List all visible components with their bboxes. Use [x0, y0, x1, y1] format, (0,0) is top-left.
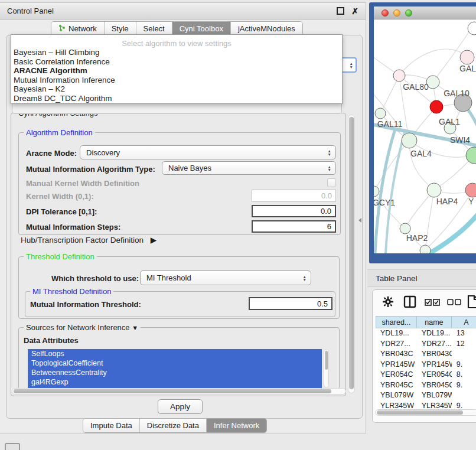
- cell: YBR045C: [417, 380, 452, 391]
- node-hap4[interactable]: [427, 183, 441, 197]
- node-label: SWI4: [450, 135, 470, 145]
- mi-steps-label: Mutual Information Steps:: [26, 223, 120, 231]
- tab-infer-network[interactable]: Infer Network: [207, 419, 266, 432]
- network-canvas: GAL80 GAL10 GAL1 GAL11 SWI4 GAL4 GCY1 HA…: [374, 19, 476, 253]
- attribute-item[interactable]: gal4RGexp: [28, 377, 322, 387]
- table-row[interactable]: YER054C YER054C 8.: [376, 370, 476, 380]
- close-icon[interactable]: ✗: [351, 6, 358, 16]
- table-row[interactable]: YPR145W YPR145W 9.: [376, 360, 476, 370]
- tab-discretize-data[interactable]: Discretize Data: [140, 419, 207, 432]
- mi-algorithm-type-label: Mutual Information Algorithm Type:: [26, 165, 155, 174]
- tab-style[interactable]: Style: [105, 22, 136, 35]
- tab-select[interactable]: Select: [136, 22, 172, 35]
- table-row[interactable]: YBR043C YBR043C: [376, 349, 476, 360]
- cell: 9.: [452, 360, 476, 370]
- table-header-row: shared... name A: [376, 316, 476, 328]
- close-traffic-light[interactable]: [382, 9, 389, 17]
- mi-threshold-field[interactable]: 0.5: [249, 297, 332, 310]
- dpi-tolerance-value: 0.0: [321, 207, 331, 216]
- table-row[interactable]: YDR27... YDR27... 12: [376, 339, 476, 350]
- manual-kernel-width-checkbox[interactable]: [327, 178, 336, 187]
- minimize-traffic-light[interactable]: [393, 9, 400, 17]
- node-label: GAL10: [444, 89, 470, 98]
- node-unlabeled-top[interactable]: [468, 22, 476, 35]
- table-row[interactable]: YDL19... YDL19... 13: [376, 328, 476, 339]
- node-gal4[interactable]: [402, 133, 417, 148]
- cyni-algorithm-settings-group: Cyni Algorithm Settings Algorithm Defini…: [11, 113, 346, 396]
- settings-scrollbar[interactable]: [348, 115, 355, 393]
- column-header-shared[interactable]: shared...: [376, 316, 417, 328]
- node-unlabeled-bottom[interactable]: [420, 245, 431, 253]
- cell: YBL079W: [417, 390, 452, 401]
- table-row[interactable]: YBR045C YBR045C 9.: [376, 380, 476, 391]
- settings-h-scrollbar[interactable]: [12, 388, 346, 394]
- node-label: GAL11: [377, 119, 403, 129]
- dpi-tolerance-field[interactable]: 0.0: [252, 205, 336, 217]
- node-hap2[interactable]: [400, 223, 410, 234]
- node-gcy1[interactable]: [374, 186, 379, 197]
- deselect-all-checkboxes-icon[interactable]: [447, 298, 461, 308]
- attribute-item[interactable]: SelfLoops: [28, 349, 322, 358]
- cell: YBL079W: [376, 390, 417, 401]
- gear-icon[interactable]: [382, 296, 394, 310]
- cell: 9.: [452, 380, 476, 391]
- node-gal7[interactable]: [460, 50, 474, 64]
- table-h-scrollbar[interactable]: [375, 409, 476, 416]
- dropdown-item[interactable]: Basic Correlation Inference: [11, 57, 342, 67]
- attribute-item[interactable]: BetweennessCentrality: [28, 368, 322, 377]
- column-header-clipped[interactable]: A: [452, 316, 476, 328]
- hub-definition-expander[interactable]: Hub/Transcription Factor Definition ▶: [21, 235, 157, 244]
- node-label: HAP4: [436, 197, 458, 206]
- hub-definition-label: Hub/Transcription Factor Definition: [21, 236, 144, 244]
- cell: YDL19...: [376, 328, 417, 339]
- table-panel-window: shared... name A YDL19... YDL19... 13 YD…: [372, 289, 476, 423]
- new-table-icon[interactable]: [467, 295, 476, 311]
- attributes-list-scrollbar[interactable]: [324, 349, 329, 388]
- zoom-traffic-light[interactable]: [405, 9, 412, 17]
- control-panel-title: Control Panel: [7, 6, 337, 15]
- aracne-mode-select[interactable]: Discovery ▲▼: [80, 145, 336, 159]
- table-row[interactable]: YBL079W YBL079W: [376, 390, 476, 401]
- tab-jactivemnodules[interactable]: jActiveMNodules: [231, 22, 302, 35]
- mi-algorithm-type-value: Naive Bayes: [168, 164, 211, 172]
- node-gal1[interactable]: [430, 100, 443, 113]
- algorithm-definition-title: Algorithm Definition: [24, 128, 95, 137]
- cell: YBR043C: [417, 349, 452, 360]
- cell: [452, 349, 476, 360]
- float-window-icon[interactable]: [337, 7, 344, 15]
- node-salmon-right[interactable]: [465, 183, 476, 197]
- mi-algorithm-type-select[interactable]: Naive Bayes ▲▼: [162, 161, 336, 175]
- mi-steps-field[interactable]: 6: [252, 220, 336, 233]
- tab-network[interactable]: Network: [51, 22, 105, 35]
- tab-cyni-toolbox[interactable]: Cyni Toolbox: [172, 22, 231, 35]
- select-all-checkboxes-icon[interactable]: [425, 298, 440, 308]
- tab-cyni-toolbox-label: Cyni Toolbox: [180, 24, 223, 33]
- minimized-panel-icon[interactable]: [5, 443, 20, 450]
- tab-impute-data[interactable]: Impute Data: [83, 419, 140, 432]
- cell: YER054C: [417, 370, 452, 380]
- which-threshold-select[interactable]: MI Threshold ▲▼: [140, 270, 311, 285]
- panel-divider-handle[interactable]: [358, 218, 361, 223]
- cell: 13: [452, 328, 476, 339]
- dropdown-hint: Select algorithm to view settings: [11, 35, 342, 48]
- apply-button[interactable]: Apply: [158, 399, 203, 414]
- node-gal11[interactable]: [375, 108, 386, 119]
- dropdown-item-selected[interactable]: ARACNE Algorithm: [11, 66, 342, 76]
- node-gal80[interactable]: [393, 70, 405, 81]
- dropdown-item[interactable]: Mutual Information Inference: [11, 76, 342, 85]
- algorithm-combobox-focus-edge[interactable]: ▲▼: [340, 57, 357, 73]
- dropdown-item[interactable]: Dream8 DC_TDC Algorithm: [11, 94, 342, 103]
- column-header-name[interactable]: name: [417, 316, 452, 328]
- dropdown-item[interactable]: Bayesian – K2: [11, 84, 342, 94]
- cell: YDR27...: [376, 339, 417, 350]
- column-layout-icon[interactable]: [403, 295, 416, 311]
- dropdown-item[interactable]: Bayesian – Hill Climbing: [11, 48, 342, 57]
- attribute-item[interactable]: TopologicalCoefficient: [28, 358, 322, 368]
- kernel-width-field[interactable]: 0.0: [252, 190, 336, 202]
- node-green-right[interactable]: [466, 147, 476, 164]
- sources-group-title: Sources for Network Inference: [26, 323, 130, 332]
- spinner-arrows-icon: ▲▼: [328, 149, 331, 156]
- sources-group-expander[interactable]: Sources for Network Inference ▼: [24, 323, 141, 332]
- tab-jactivemnodules-label: jActiveMNodules: [238, 24, 295, 33]
- tab-network-label: Network: [69, 24, 97, 33]
